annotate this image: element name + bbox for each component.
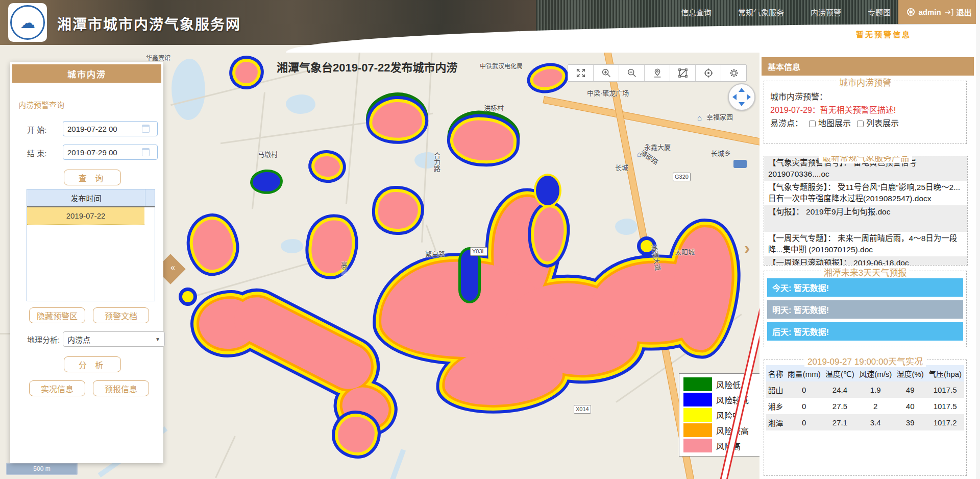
cell: 0 xyxy=(785,398,823,414)
zoom-slider-handle[interactable] xyxy=(733,160,747,168)
cell: 0 xyxy=(785,381,823,398)
zoom-out-icon[interactable] xyxy=(619,65,645,81)
pan-left-icon[interactable] xyxy=(732,94,737,100)
pan-up-icon[interactable] xyxy=(739,88,745,92)
forecast-row-day-after: 后天: 暂无数据! xyxy=(767,322,963,341)
legend-row: 风险较高 xyxy=(683,423,756,437)
scrollbar-track[interactable] xyxy=(976,0,980,479)
risk-zone xyxy=(231,57,263,88)
pan-compass-control[interactable] xyxy=(728,83,755,111)
risk-zone xyxy=(528,63,568,93)
user-icon xyxy=(906,8,915,16)
start-date-label: 开 始: xyxy=(27,124,46,135)
app-root: 中铁武汉电化局 中梁·聚龙广场 洪桥村 ⌂ 幸福家园 ⌂ 永鑫大厦 长城 长城乡… xyxy=(0,0,980,479)
col-header: 雨量(mm) xyxy=(785,365,823,381)
cell: 2 xyxy=(856,398,894,414)
result-table-header: 发布时间 xyxy=(27,189,155,207)
risk-zone xyxy=(305,214,358,279)
expand-right-panel-icon[interactable]: › xyxy=(744,239,750,256)
nav-item-info-query[interactable]: 信息查询 xyxy=(681,7,712,17)
risk-zone xyxy=(335,414,378,456)
risk-zone xyxy=(249,168,284,195)
zoom-in-icon[interactable] xyxy=(594,65,619,81)
map-label: 合力路 xyxy=(432,152,442,172)
logout-icon[interactable] xyxy=(944,8,953,16)
analyze-button[interactable]: 分 析 xyxy=(64,356,121,372)
cell: 49 xyxy=(894,381,926,398)
nav-item-thematic-map[interactable]: 专题图 xyxy=(868,7,891,17)
road-badge: X014 xyxy=(574,405,591,414)
map-label: 长城 xyxy=(615,162,628,172)
warning-notice-ticker: 暂无预警信息 xyxy=(856,29,911,39)
road-badge: Y03L xyxy=(470,247,487,256)
product-link[interactable]: 【一周逐日滚动预报】： 2019-06-18.doc xyxy=(764,256,967,266)
legend-label: 风险低 xyxy=(716,378,741,391)
nav-item-regular-service[interactable]: 常规气象服务 xyxy=(738,7,784,17)
query-button[interactable]: 查 询 xyxy=(64,170,121,185)
left-panel: 城市内涝 内涝预警查询 开 始: 结 束: 查 询 发布时间 2019-07-2… xyxy=(10,62,163,463)
nav-item-flood-warning[interactable]: 内涝预警 xyxy=(811,7,841,17)
right-panel: 基本信息 城市内涝预警 城市内涝预警： 2019-07-29：暂无相关预警区描述… xyxy=(760,51,976,479)
map-toolbar xyxy=(568,64,747,82)
cell: 39 xyxy=(894,414,926,430)
right-panel-title: 基本信息 xyxy=(762,57,974,76)
warning-doc-button[interactable]: 预警文档 xyxy=(93,307,149,323)
result-row-selected[interactable]: 2019-07-22 xyxy=(27,207,144,225)
legend-swatch xyxy=(683,439,712,452)
measure-polygon-icon[interactable] xyxy=(670,65,696,81)
cell: 1.9 xyxy=(856,381,894,398)
geo-analysis-select[interactable]: 内涝点 ▼ xyxy=(63,331,165,347)
map-label: 中铁武汉电化局 xyxy=(480,61,523,70)
query-section-title: 内涝预警查询 xyxy=(18,99,64,110)
cell: 1017.5 xyxy=(926,381,964,398)
house-icon: ⌂ xyxy=(697,113,702,122)
map-label: 中梁·聚龙广场 xyxy=(587,88,629,98)
col-header: 风速(m/s) xyxy=(856,365,894,381)
calendar-icon[interactable] xyxy=(142,125,150,133)
collapse-left-arrow-icon[interactable]: « xyxy=(170,263,175,272)
settings-gear-icon[interactable] xyxy=(721,65,746,81)
end-date-label: 结 束: xyxy=(27,148,46,158)
product-link[interactable]: 【一周天气专题】： 未来一周前晴后雨，4～8日为一段降...集中期 (20190… xyxy=(764,232,967,256)
forecast-info-button[interactable]: 预报信息 xyxy=(93,380,149,396)
cell: 湘潭 xyxy=(766,414,785,430)
legend-swatch xyxy=(683,423,712,437)
center-target-icon[interactable] xyxy=(696,65,721,81)
cell: 27.5 xyxy=(823,398,857,414)
products-section: 最新常规气象服务产品 【气象灾害预警信号】： 雷电黄色预警信号201907033… xyxy=(764,156,968,266)
table-row: 湘乡 0 27.5 2 40 1017.5 xyxy=(766,398,964,414)
hide-warning-area-button[interactable]: 隐藏预警区 xyxy=(29,307,85,323)
risk-zone xyxy=(310,152,344,181)
forecast-row-tomorrow: 明天: 暂无数据! xyxy=(767,300,963,319)
end-date-row: 结 束: xyxy=(10,145,163,160)
risk-zone xyxy=(187,214,238,275)
cell: 40 xyxy=(894,398,926,414)
scale-label: 500 m xyxy=(33,465,50,472)
map-issue-title: 湘潭气象台2019-07-22发布城市内涝 xyxy=(277,58,458,75)
fullscreen-icon[interactable] xyxy=(568,65,594,81)
flood-point-row: 易涝点： 地图展示 列表展示 xyxy=(770,117,960,130)
live-info-button[interactable]: 实况信息 xyxy=(29,380,85,396)
locate-icon[interactable] xyxy=(645,65,670,81)
risk-zone xyxy=(179,288,197,306)
cell: 湘乡 xyxy=(766,398,785,414)
legend-row: 风险中 xyxy=(683,408,756,422)
product-link[interactable]: 【旬报】： 2019年9月上旬旬报.doc xyxy=(764,205,967,232)
logout-button[interactable]: 退出 xyxy=(957,7,972,17)
map-display-checkbox[interactable] xyxy=(809,121,816,127)
calendar-icon[interactable] xyxy=(142,148,150,156)
table-row: 湘潭 0 27.1 3.4 39 1017.2 xyxy=(766,414,964,430)
col-header: 名称 xyxy=(766,365,785,381)
forecast-row-today: 今天: 暂无数据! xyxy=(767,278,963,297)
pan-right-icon[interactable] xyxy=(747,94,751,100)
pan-down-icon[interactable] xyxy=(739,102,745,106)
list-display-checkbox[interactable] xyxy=(857,121,864,127)
live-weather-section: 2019-09-27 19:00:00天气实况 名称 雨量(mm) 温度(℃) … xyxy=(764,360,967,476)
product-link[interactable]: 【气象专题服务】： 受11号台风“白鹿”影响,25日晚～2...日有一次中等强度… xyxy=(764,181,967,205)
live-weather-table: 名称 雨量(mm) 温度(℃) 风速(m/s) 湿度(%) 气压(hpa) 韶山… xyxy=(766,365,964,430)
products-section-title: 最新常规气象服务产品 xyxy=(819,156,912,163)
table-header-row: 名称 雨量(mm) 温度(℃) 风速(m/s) 湿度(%) 气压(hpa) xyxy=(766,365,964,381)
map-label: 高兰 xyxy=(339,261,349,275)
cell: 27.1 xyxy=(823,414,857,430)
table-row: 韶山 0 24.4 1.9 49 1017.5 xyxy=(766,381,964,398)
